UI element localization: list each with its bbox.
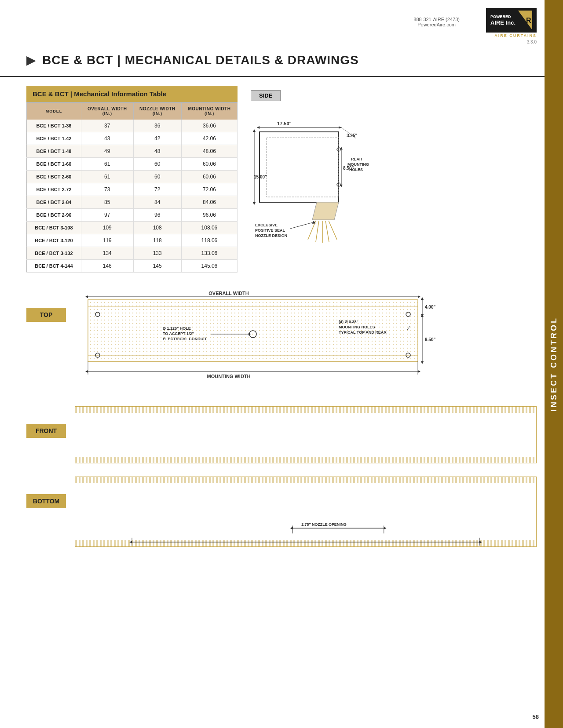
side-diagram: SIDE 17.50" 3.25" 15.00" 8.50 <box>251 86 537 273</box>
cell-model: BCE / BCT 1-48 <box>27 145 81 158</box>
svg-text:(4) Ø 0.38": (4) Ø 0.38" <box>339 320 358 324</box>
cell-model: BCE / BCT 3-120 <box>27 234 81 247</box>
cell-nozzle: 36 <box>133 120 181 132</box>
svg-text:NOZZLE WIDTH: NOZZLE WIDTH <box>289 546 325 546</box>
svg-marker-67 <box>85 370 88 373</box>
col-nozzle-width: Nozzle Width(In.) <box>133 103 181 120</box>
bottom-diagrams: TOP OVERALL WIDTH <box>0 281 563 569</box>
svg-text:ELECTRICAL CONDUIT: ELECTRICAL CONDUIT <box>163 337 207 341</box>
table-row: BCE / BCT 1-48 49 48 48.06 <box>27 145 238 158</box>
logo-triangle-icon: R <box>518 11 532 30</box>
table-section: BCE & BCT | Mechanical Information Table… <box>26 86 238 273</box>
cell-mounting: 84.06 <box>181 196 237 209</box>
cell-overall: 146 <box>81 260 133 273</box>
front-diagram-row: FRONT <box>26 406 537 463</box>
cell-mounting: 36.06 <box>181 120 237 132</box>
logo-powered-text: POWERED <box>490 15 515 19</box>
cell-model: BCE / BCT 2-60 <box>27 171 81 183</box>
table-title: BCE & BCT | Mechanical Information Table <box>26 86 238 102</box>
col-overall-width: Overall Width(In.) <box>81 103 133 120</box>
phone-number: 888-321-AIRE (2473) <box>413 17 460 22</box>
svg-text:MOUNTING WIDTH: MOUNTING WIDTH <box>207 374 251 379</box>
svg-text:17.50": 17.50" <box>277 121 292 126</box>
svg-marker-11 <box>253 129 256 132</box>
cell-nozzle: 96 <box>133 209 181 222</box>
bottom-label: BOTTOM <box>26 494 66 508</box>
front-view <box>75 406 537 463</box>
svg-text:MOUNTING HOLES: MOUNTING HOLES <box>339 325 375 329</box>
svg-line-27 <box>325 221 329 242</box>
cell-mounting: 60.06 <box>181 171 237 183</box>
svg-marker-79 <box>129 541 132 543</box>
cell-mounting: 42.06 <box>181 132 237 145</box>
contact-info: 888-321-AIRE (2473) PoweredAire.com <box>413 17 460 27</box>
cell-overall: 49 <box>81 145 133 158</box>
svg-marker-4 <box>339 126 341 129</box>
svg-text:REAR: REAR <box>351 157 362 161</box>
svg-text:R: R <box>526 17 531 24</box>
table-row: BCE / BCT 4-144 146 145 145.06 <box>27 260 238 273</box>
cell-overall: 61 <box>81 171 133 183</box>
header: 888-321-AIRE (2473) PoweredAire.com POWE… <box>0 0 563 49</box>
cell-nozzle: 60 <box>133 158 181 171</box>
svg-text:TO ACCEPT 1/2": TO ACCEPT 1/2" <box>163 331 194 336</box>
svg-line-28 <box>329 221 337 240</box>
svg-text:3.25": 3.25" <box>347 133 357 138</box>
cell-overall: 109 <box>81 222 133 234</box>
col-model: MODEL <box>27 103 81 120</box>
bottom-view: 2.75" NOZZLE OPENING NOZZLE WIDTH <box>75 477 537 547</box>
front-pattern <box>75 407 536 463</box>
table-row: BCE / BCT 2-96 97 96 96.06 <box>27 209 238 222</box>
cell-model: BCE / BCT 3-132 <box>27 247 81 260</box>
mechanical-table: MODEL Overall Width(In.) Nozzle Width(In… <box>26 102 238 273</box>
bottom-annotation-svg: 2.75" NOZZLE OPENING NOZZLE WIDTH <box>75 477 536 546</box>
cell-mounting: 60.06 <box>181 158 237 171</box>
cell-mounting: 145.06 <box>181 260 237 273</box>
svg-text:MOUNTING: MOUNTING <box>347 162 369 167</box>
cell-nozzle: 145 <box>133 260 181 273</box>
svg-marker-12 <box>253 202 256 205</box>
col-mounting-width: Mounting Width(In.) <box>181 103 237 120</box>
svg-text:OVERALL WIDTH: OVERALL WIDTH <box>208 291 249 296</box>
cell-model: BCE / BCT 3-108 <box>27 222 81 234</box>
svg-marker-68 <box>418 370 420 373</box>
svg-rect-8 <box>260 132 339 202</box>
bottom-diagram-row: BOTTOM 2.75" NOZZLE OPENING <box>26 477 537 547</box>
side-tab-label: INSECT CONTROL <box>549 317 559 411</box>
svg-text:4.00": 4.00" <box>425 305 435 309</box>
svg-rect-9 <box>267 137 339 197</box>
cell-nozzle: 42 <box>133 132 181 145</box>
cell-overall: 134 <box>81 247 133 260</box>
cell-overall: 37 <box>81 120 133 132</box>
svg-marker-73 <box>290 527 292 530</box>
main-content: BCE & BCT | Mechanical Information Table… <box>0 77 563 281</box>
front-label: FRONT <box>26 424 66 438</box>
cell-nozzle: 72 <box>133 183 181 196</box>
table-row: BCE / BCT 2-84 85 84 84.06 <box>27 196 238 209</box>
cell-model: BCE / BCT 1-42 <box>27 132 81 145</box>
cell-overall: 97 <box>81 209 133 222</box>
svg-text:2.75" NOZZLE OPENING: 2.75" NOZZLE OPENING <box>301 522 347 527</box>
cell-nozzle: 118 <box>133 234 181 247</box>
table-row: BCE / BCT 1-36 37 36 36.06 <box>27 120 238 132</box>
page-title: BCE & BCT | MECHANICAL DETAILS & DRAWING… <box>42 53 359 67</box>
version-number: 3.3.0 <box>527 40 537 44</box>
table-row: BCE / BCT 3-132 134 133 133.06 <box>27 247 238 260</box>
cell-nozzle: 60 <box>133 171 181 183</box>
front-bottom-stripe <box>75 457 536 463</box>
cell-overall: 61 <box>81 158 133 171</box>
svg-line-32 <box>290 222 314 229</box>
svg-marker-74 <box>384 527 387 530</box>
cell-mounting: 96.06 <box>181 209 237 222</box>
top-diagram-row: TOP OVERALL WIDTH <box>26 290 537 393</box>
table-row: BCE / BCT 2-60 61 60 60.06 <box>27 171 238 183</box>
logo-area: POWERED AIRE Inc. R AIRE CURTAINS 3.3.0 <box>486 8 537 44</box>
side-label: SIDE <box>251 90 281 101</box>
table-row: BCE / BCT 1-60 61 60 60.06 <box>27 158 238 171</box>
logo-aire-text: AIRE Inc. <box>490 19 515 26</box>
table-row: BCE / BCT 3-108 109 108 108.06 <box>27 222 238 234</box>
top-view-svg: OVERALL WIDTH 4.00" <box>75 290 449 391</box>
top-diagram-container: OVERALL WIDTH 4.00" <box>75 290 537 393</box>
cell-mounting: 118.06 <box>181 234 237 247</box>
cell-nozzle: 84 <box>133 196 181 209</box>
